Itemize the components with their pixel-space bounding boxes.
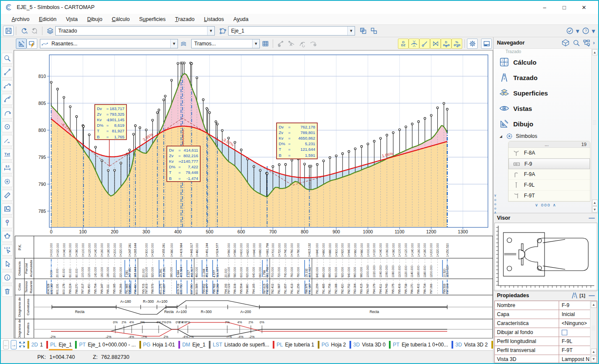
redo-button[interactable]: ▾ bbox=[29, 26, 40, 36]
zoom-tool-button[interactable] bbox=[2, 53, 13, 64]
fit-view-icon[interactable] bbox=[18, 340, 26, 349]
rasantes-combo[interactable]: Rasantes... ▼ bbox=[40, 39, 178, 48]
axis-combo[interactable]: Eje_1 ▼ bbox=[228, 26, 355, 36]
menu-dibujo[interactable]: Dibujo bbox=[82, 15, 107, 24]
toggle-dz-button[interactable]: ODZ bbox=[398, 39, 409, 49]
help-button[interactable]: ? bbox=[580, 26, 591, 36]
delete-vertex-button[interactable] bbox=[307, 39, 318, 49]
toggle-cross-button[interactable] bbox=[430, 39, 441, 49]
menu-calculo[interactable]: Cálculo bbox=[107, 15, 135, 24]
symbol-item-f-9l[interactable]: F-9L bbox=[509, 180, 590, 191]
scroll-up-icon[interactable]: ▲ bbox=[592, 49, 598, 55]
layer-combo-dropdown-icon[interactable]: ▼ bbox=[207, 27, 214, 35]
properties-scrollbar[interactable]: ▲::::::▲▼ bbox=[590, 301, 597, 363]
menu-vista[interactable]: Vista bbox=[61, 15, 83, 24]
menu-ayuda[interactable]: Ayuda bbox=[229, 15, 253, 24]
group-objects-button[interactable] bbox=[358, 26, 368, 36]
rasante-layers-icon[interactable] bbox=[178, 39, 189, 49]
save-button[interactable] bbox=[3, 26, 14, 36]
symbol-item-f-8a[interactable]: F-8A bbox=[509, 148, 590, 158]
profile-viewport[interactable]: 785790795800805810-4.77%3.85%-3.57%1.66%… bbox=[14, 50, 493, 338]
info-tool-button[interactable]: i bbox=[2, 272, 13, 283]
view-tab-dm-4[interactable]: DMEje_1 bbox=[178, 339, 208, 350]
arc-radius-tool-button[interactable]: R bbox=[2, 94, 13, 105]
expand-panel-icon[interactable]: › bbox=[593, 40, 595, 46]
infinite-line-tool-button[interactable]: ∞ bbox=[2, 135, 13, 146]
view-tab-2d-0[interactable]: 2D1 bbox=[27, 339, 45, 350]
measure-tool-button[interactable] bbox=[2, 190, 13, 201]
delete-tool-button[interactable] bbox=[2, 286, 13, 297]
view-tab-pl-1[interactable]: PLEje_1 bbox=[45, 339, 74, 350]
close-button[interactable]: ✕ bbox=[574, 1, 594, 14]
quick-calc-button[interactable] bbox=[27, 39, 37, 49]
segment-tool-button[interactable] bbox=[2, 66, 13, 78]
panel-layout-button[interactable] bbox=[481, 39, 492, 49]
cut-vertex-button[interactable] bbox=[286, 39, 297, 49]
search-icon[interactable] bbox=[572, 39, 580, 47]
expander-triangle-icon[interactable]: ◢ bbox=[500, 134, 505, 138]
navigator-item-calculo[interactable]: +−×=Cálculo bbox=[494, 54, 598, 70]
help-dropdown-icon[interactable]: ▾ bbox=[591, 26, 596, 36]
undo-button[interactable]: ▾ bbox=[18, 26, 29, 36]
view-tab-pg-7[interactable]: PGHoja 2 bbox=[317, 339, 349, 350]
navigator-item-partial[interactable]: Trazado bbox=[494, 49, 598, 54]
symbol-item-f-9[interactable]: F-9 bbox=[509, 158, 590, 169]
rasantes-combo-dropdown-icon[interactable]: ▼ bbox=[170, 39, 178, 48]
tramos-table-button[interactable] bbox=[260, 39, 271, 49]
checkbox[interactable] bbox=[562, 330, 567, 335]
menu-listados[interactable]: Listados bbox=[199, 15, 229, 24]
view-tab-lst-5[interactable]: LSTListado de superfi... bbox=[208, 339, 272, 350]
settings-gear-button[interactable] bbox=[467, 39, 478, 49]
validate-dropdown-icon[interactable]: ▾ bbox=[575, 26, 580, 36]
scroll-up2-icon[interactable]: ▲ bbox=[592, 200, 598, 206]
image-tool-button[interactable] bbox=[2, 203, 13, 215]
symbol-item-f-9t[interactable]: F-9T bbox=[509, 191, 590, 201]
view-tab-pg-3[interactable]: PGHoja 1-01 bbox=[138, 339, 178, 350]
insert-vertex-button[interactable] bbox=[275, 39, 286, 49]
polygon-tool-button[interactable] bbox=[2, 231, 13, 242]
axis-combo-dropdown-icon[interactable]: ▼ bbox=[347, 27, 355, 35]
view-tab-pt-9[interactable]: PTEje tubería 1 0+00... bbox=[388, 339, 451, 350]
properties-collapse-icon[interactable]: — bbox=[589, 292, 595, 299]
symbol-item-f-9a[interactable]: F-9A bbox=[509, 169, 590, 180]
maximize-button[interactable]: □ bbox=[554, 1, 574, 14]
view-tab-pl-6[interactable]: PLEje tubería 1 bbox=[272, 339, 317, 350]
toggle-slopes-button[interactable]: % bbox=[452, 39, 462, 49]
navigator-item-vistas[interactable]: Vistas bbox=[494, 101, 598, 116]
menu-superficies[interactable]: Superficies bbox=[134, 15, 170, 24]
tab-scroll-left-icon[interactable]: ← bbox=[3, 340, 9, 349]
tree-view-icon[interactable]: ▾ bbox=[583, 39, 590, 47]
polyline-tool-button[interactable] bbox=[2, 80, 13, 91]
visor-canvas[interactable] bbox=[494, 223, 597, 291]
pin-tool-button[interactable] bbox=[2, 217, 13, 228]
toggle-tangent-button[interactable] bbox=[419, 39, 430, 49]
symbol-circle-tool-button[interactable] bbox=[2, 176, 13, 187]
menu-trazado[interactable]: Trazado bbox=[170, 15, 199, 24]
panel-splitter[interactable]: ∨ooo∧ bbox=[493, 185, 497, 224]
navigator-item-trazado[interactable]: Trazado bbox=[494, 70, 598, 85]
navigator-item-dibujo[interactable]: Dibujo bbox=[494, 116, 598, 131]
view-tab-pt-2[interactable]: PTEje_1 0+000.000 - ... bbox=[74, 339, 138, 350]
layers-icon[interactable] bbox=[45, 26, 55, 36]
view-tab-3d-10[interactable]: 3DVista 3D 2 bbox=[451, 339, 491, 350]
layer-combo[interactable]: Trazado ▼ bbox=[55, 26, 215, 36]
validate-button[interactable] bbox=[564, 26, 575, 36]
visor-collapse-icon[interactable]: — bbox=[589, 215, 595, 221]
pointer-tool-button[interactable] bbox=[2, 258, 13, 269]
symbol-list-pager[interactable]: ∨ ooo ∧ bbox=[494, 202, 598, 208]
profile-chart[interactable]: 785790795800805810-4.77%3.85%-3.57%1.66%… bbox=[14, 51, 493, 235]
tramos-combo[interactable]: Tramos... ▼ bbox=[191, 39, 260, 48]
box-3d-icon[interactable] bbox=[561, 39, 570, 47]
arc-tool-button[interactable] bbox=[2, 107, 13, 119]
toggle-distances-button[interactable]: D bbox=[441, 39, 452, 49]
navigator-scrollbar[interactable]: ▲::::::▲▼ bbox=[591, 49, 598, 213]
text-tool-button[interactable]: Txt bbox=[2, 149, 13, 160]
symbol-list-header[interactable]: ...19 bbox=[509, 141, 590, 148]
toggle-fit-curve-button[interactable] bbox=[409, 39, 419, 49]
axis-edit-icon[interactable] bbox=[217, 26, 228, 36]
numbering-pointer-tool-button[interactable]: 1·2·3 bbox=[2, 245, 13, 256]
circle-tool-button[interactable] bbox=[2, 121, 13, 132]
scroll-down-icon[interactable]: ▼ bbox=[592, 206, 598, 212]
view-tab-3d-8[interactable]: 3DVista 3D 0 bbox=[349, 339, 388, 350]
edit-curve-button[interactable] bbox=[297, 39, 307, 49]
